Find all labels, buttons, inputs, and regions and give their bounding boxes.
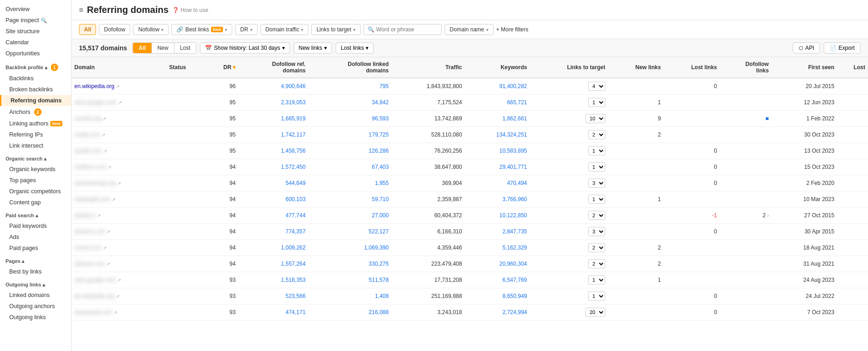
cell-domain[interactable]: adobe.io ↗	[72, 208, 166, 224]
sidebar-item-top-pages[interactable]: Top pages	[0, 175, 71, 186]
sidebar-item-linking-authors[interactable]: Linking authors New	[0, 118, 71, 129]
cell-links-to-target[interactable]: 3	[530, 175, 608, 191]
filter-dr-btn[interactable]: DR ▾	[235, 24, 257, 35]
cell-domain[interactable]: behance.net ↗	[72, 224, 166, 240]
sidebar-item-content-gap[interactable]: Content gap	[0, 197, 71, 208]
cell-lost-links: 0	[663, 78, 720, 95]
sidebar-item-referring-ips[interactable]: Referring IPs	[0, 129, 71, 140]
sidebar-group-outgoing-links[interactable]: Outgoing links ▴	[0, 277, 71, 290]
cell-domain[interactable]: mozilla.org ↗	[72, 111, 166, 127]
cell-domain[interactable]: oracle.com ↗	[72, 240, 166, 256]
sidebar-item-anchors[interactable]: Anchors 2	[0, 106, 71, 118]
cell-domain[interactable]: drive.google.com ↗	[72, 95, 166, 111]
sidebar-item-page-inspect[interactable]: Page inspect 🔍	[0, 15, 71, 26]
cell-domain[interactable]: opensitemap.org ↗	[72, 175, 166, 191]
cell-links-to-target[interactable]: 2	[530, 240, 608, 256]
sidebar-item-broken-backlinks[interactable]: Broken backlinks	[0, 84, 71, 95]
sidebar-item-paid-keywords[interactable]: Paid keywords	[0, 220, 71, 232]
search-input[interactable]	[376, 26, 432, 33]
filter-domain-name-btn[interactable]: Domain name ▾	[445, 24, 494, 35]
links-to-target-select[interactable]: 1	[588, 98, 605, 107]
sidebar-item-outgoing-anchors[interactable]: Outgoing anchors	[0, 301, 71, 312]
links-to-target-select[interactable]: 4	[588, 82, 605, 91]
sidebar-label: Anchors	[9, 109, 30, 115]
more-filters-btn[interactable]: + More filters	[496, 26, 529, 33]
links-to-target-select[interactable]: 2	[588, 130, 605, 139]
tab-lost[interactable]: Lost	[175, 43, 196, 53]
search-icon: 🔍	[41, 18, 47, 24]
filter-best-links-btn[interactable]: 🔗 Best links New ▾	[171, 24, 232, 35]
filter-links-to-target-btn[interactable]: Links to target ▾	[311, 24, 360, 35]
sidebar-item-best-by-links[interactable]: Best by links	[0, 266, 71, 277]
cell-links-to-target[interactable]: 10	[530, 111, 608, 127]
filter-dofollow-btn[interactable]: Dofollow	[99, 24, 130, 35]
sidebar-item-linked-domains[interactable]: Linked domains	[0, 290, 71, 301]
cell-links-to-target[interactable]: 1	[530, 191, 608, 208]
links-to-target-select[interactable]: 10	[585, 114, 605, 123]
lost-links-btn[interactable]: Lost links ▾	[336, 42, 374, 54]
cell-links-to-target[interactable]: 1	[530, 159, 608, 175]
links-to-target-select[interactable]: 1	[588, 162, 605, 172]
sidebar-item-referring-domains[interactable]: Referring domains	[0, 95, 71, 106]
filter-all-btn[interactable]: All	[79, 24, 96, 35]
filter-nofollow-btn[interactable]: Nofollow ▾	[133, 24, 169, 35]
cell-links-to-target[interactable]: 1	[530, 95, 608, 111]
how-to-use-link[interactable]: ❓ How to use	[172, 7, 208, 13]
links-to-target-select[interactable]: 2	[588, 211, 605, 220]
sidebar-group-organic-search[interactable]: Organic search ▴	[0, 151, 71, 164]
sidebar-group-backlink-profile[interactable]: Backlink profile ▴ 1	[0, 59, 71, 73]
export-btn[interactable]: 📄 Export	[824, 42, 861, 54]
links-to-target-select[interactable]: 2	[588, 259, 605, 268]
links-to-target-select[interactable]: 1	[588, 146, 605, 155]
sidebar-item-backlinks[interactable]: Backlinks	[0, 73, 71, 84]
cell-domain[interactable]: medium.com ↗	[72, 159, 166, 175]
api-btn[interactable]: ⬡ API	[793, 42, 820, 54]
sidebar-group-pages[interactable]: Pages ▴	[0, 254, 71, 266]
sidebar-group-paid-search[interactable]: Paid search ▴	[0, 208, 71, 220]
sidebar-item-paid-pages[interactable]: Paid pages	[0, 243, 71, 254]
cell-lost	[837, 272, 868, 288]
sidebar-item-organic-competitors[interactable]: Organic competitors	[0, 186, 71, 197]
filter-domain-traffic-btn[interactable]: Domain traffic ▾	[260, 24, 309, 35]
sidebar-item-outgoing-links[interactable]: Outgoing links	[0, 312, 71, 323]
cell-links-to-target[interactable]: 4	[530, 78, 608, 95]
cell-links-to-target[interactable]: 1	[530, 288, 608, 304]
cell-links-to-target[interactable]: 20	[530, 304, 608, 321]
cell-links-to-target[interactable]: 2	[530, 127, 608, 143]
cell-domain[interactable]: spotify.com ↗	[72, 143, 166, 159]
links-to-target-select[interactable]: 2	[588, 243, 605, 252]
sidebar-item-calendar[interactable]: Calendar	[0, 37, 71, 48]
links-to-target-select[interactable]: 1	[588, 292, 605, 301]
links-to-target-select[interactable]: 1	[588, 195, 605, 204]
cell-links-to-target[interactable]: 1	[530, 272, 608, 288]
sidebar-item-site-structure[interactable]: Site structure	[0, 26, 71, 37]
hamburger-icon[interactable]: ≡	[79, 6, 83, 14]
links-to-target-select[interactable]: 3	[588, 178, 605, 188]
cell-domain[interactable]: sites.google.com ↗	[72, 272, 166, 288]
tab-all[interactable]: All	[133, 43, 151, 53]
cell-links-to-target[interactable]: 2	[530, 256, 608, 272]
cell-domain[interactable]: de.wikipedia.org ↗	[72, 288, 166, 304]
cell-domain[interactable]: myblogdb.com ↗	[72, 191, 166, 208]
cell-links-to-target[interactable]: 1	[530, 143, 608, 159]
cell-domain[interactable]: bandcamp.com ↗	[72, 304, 166, 321]
sidebar-item-opportunities[interactable]: Opportunities	[0, 48, 71, 59]
show-history-btn[interactable]: 📅 Show history: Last 30 days ▾	[200, 42, 289, 54]
links-to-target-select[interactable]: 20	[585, 308, 605, 317]
col-dr[interactable]: DR ▾	[206, 57, 238, 78]
links-to-target-select[interactable]: 1	[588, 275, 605, 285]
cell-domain[interactable]: en.wikipedia.org ↗	[72, 78, 166, 95]
sidebar-item-organic-keywords[interactable]: Organic keywords	[0, 164, 71, 175]
cell-lost-links: 0	[663, 224, 720, 240]
sidebar-item-ads[interactable]: Ads	[0, 232, 71, 243]
sidebar-item-overview[interactable]: Overview	[0, 4, 71, 15]
cell-domain[interactable]: rpibook.com ↗	[72, 256, 166, 272]
cell-keywords: 8,650,949	[465, 288, 530, 304]
sidebar-item-link-intersect[interactable]: Link intersect	[0, 140, 71, 151]
cell-domain[interactable]: reddit.com ↗	[72, 127, 166, 143]
cell-links-to-target[interactable]: 2	[530, 208, 608, 224]
tab-new[interactable]: New	[152, 43, 175, 53]
cell-links-to-target[interactable]: 3	[530, 224, 608, 240]
new-links-btn[interactable]: New links ▾	[294, 42, 332, 54]
links-to-target-select[interactable]: 3	[588, 227, 605, 236]
